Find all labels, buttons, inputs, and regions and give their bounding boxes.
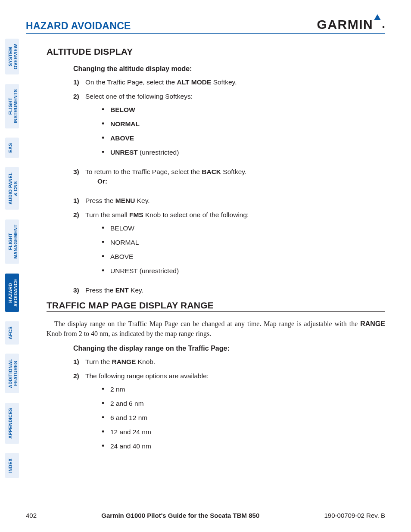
section-title: HAZARD AVOIDANCE [26,20,131,32]
sidebar-nav: SYSTEMOVERVIEW FLIGHTINSTRUMENTS EAS AUD… [5,39,19,478]
step-text: Turn the RANGE Knob. [85,358,385,367]
step-text: On the Traffic Page, select the ALT MODE… [85,78,385,87]
option-list: 2 nm 2 and 6 nm 6 and 12 nm 12 and 24 nm… [102,385,385,451]
step-text: Press the ENT Key. [85,286,385,295]
step-text: The following range options are availabl… [85,372,385,456]
option: 2 and 6 nm [102,399,385,408]
procedure-range: 1) Turn the RANGE Knob. 2) The following… [73,358,385,456]
doc-title: Garmin G1000 Pilot's Guide for the Socat… [101,512,259,519]
step: 3) Press the ENT Key. [73,286,385,295]
option: BELOW [102,106,385,115]
step-text: Press the MENU Key. [85,196,385,205]
step: 2) The following range options are avail… [73,372,385,456]
option: ABOVE [102,252,385,261]
step: 1) On the Traffic Page, select the ALT M… [73,78,385,87]
tab-afcs[interactable]: AFCS [5,321,19,345]
tab-hazard-avoidance[interactable]: HAZARDAVOIDANCE [5,274,19,312]
garmin-logo: GARMIN . [317,17,385,32]
page-header: HAZARD AVOIDANCE GARMIN . [26,17,385,34]
body-paragraph: The display range on the Traffic Map Pag… [47,319,385,339]
step-number: 1) [73,196,85,205]
step-number: 1) [73,78,85,87]
tab-appendices[interactable]: APPENDICES [5,403,19,444]
tab-audio-panel-cns[interactable]: AUDIO PANEL& CNS [5,167,19,210]
step: 3) To return to the Traffic Page, select… [73,168,385,192]
procedure-alt-mode-a: 1) On the Traffic Page, select the ALT M… [73,78,385,295]
option: UNREST (unrestricted) [102,148,385,157]
option: 12 and 24 nm [102,428,385,437]
subheading-change-range: Changing the display range on the Traffi… [73,345,385,352]
page-number: 402 [26,512,37,519]
page-content: ALTITUDE DISPLAY Changing the altitude d… [47,43,385,461]
or-divider: Or: [97,177,385,186]
option: NORMAL [102,238,385,247]
option: NORMAL [102,120,385,129]
step-number: 1) [73,358,85,367]
logo-text: GARMIN [317,17,374,32]
logo-dot: . [382,17,385,31]
step: 2) Turn the small FMS Knob to select one… [73,211,385,281]
tab-additional-features[interactable]: ADDITIONALFEATURES [5,354,19,393]
tab-index[interactable]: INDEX [5,453,19,478]
step-number: 2) [73,372,85,456]
option-list: BELOW NORMAL ABOVE UNREST (unrestricted) [102,106,385,157]
step-text: To return to the Traffic Page, select th… [85,168,385,192]
step-text: Select one of the following Softkeys: BE… [85,92,385,162]
tab-system-overview[interactable]: SYSTEMOVERVIEW [5,39,19,75]
option: 2 nm [102,385,385,394]
step-number: 2) [73,92,85,162]
option-list: BELOW NORMAL ABOVE UNREST (unrestricted) [102,224,385,276]
step-number: 2) [73,211,85,281]
step-number: 3) [73,168,85,192]
heading-traffic-map-range: TRAFFIC MAP PAGE DISPLAY RANGE [47,300,385,312]
tab-eas[interactable]: EAS [5,138,19,158]
step-text: Turn the small FMS Knob to select one of… [85,211,385,281]
option: ABOVE [102,134,385,143]
step: 2) Select one of the following Softkeys:… [73,92,385,162]
option: UNREST (unrestricted) [102,267,385,276]
option: 24 and 40 nm [102,442,385,451]
heading-altitude-display: ALTITUDE DISPLAY [47,47,385,58]
step: 1) Press the MENU Key. [73,196,385,205]
option: 6 and 12 nm [102,414,385,423]
option: BELOW [102,224,385,233]
step-number: 3) [73,286,85,295]
doc-revision: 190-00709-02 Rev. B [324,512,385,519]
step: 1) Turn the RANGE Knob. [73,358,385,367]
logo-triangle-icon [374,14,381,20]
tab-flight-management[interactable]: FLIGHTMANAGEMENT [5,219,19,264]
page-footer: 402 Garmin G1000 Pilot's Guide for the S… [26,512,385,519]
tab-flight-instruments[interactable]: FLIGHTINSTRUMENTS [5,84,19,128]
subheading-change-alt-mode: Changing the altitude display mode: [73,65,385,73]
